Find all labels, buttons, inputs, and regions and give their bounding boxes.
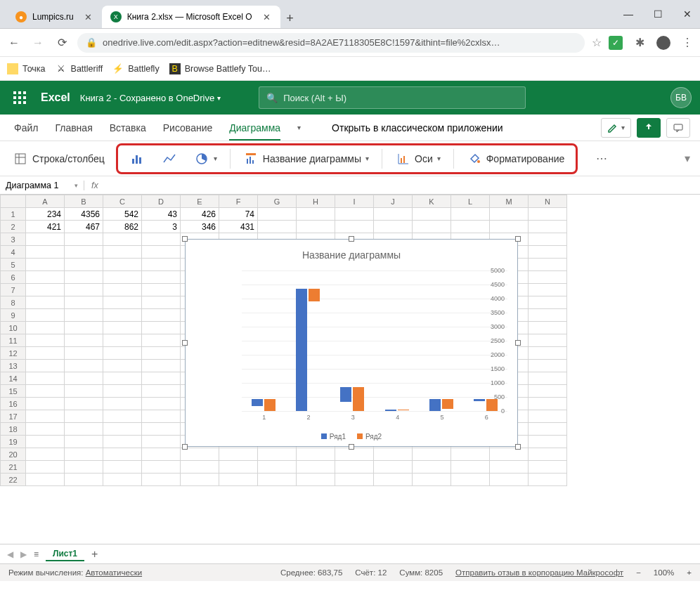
svg-rect-9: [247, 159, 248, 164]
divider: [382, 149, 382, 169]
browser-chrome: ● Lumpics.ru ✕ X Книга 2.xlsx — Microsof…: [0, 0, 700, 29]
resize-handle[interactable]: [349, 444, 354, 450]
svg-rect-10: [249, 157, 251, 164]
sheet-tab[interactable]: Лист1: [46, 547, 84, 561]
chart-object[interactable]: Название диаграммы 050010001500200025003…: [185, 239, 518, 447]
close-icon[interactable]: ✕: [680, 8, 694, 20]
reload-button[interactable]: ⟳: [53, 34, 70, 51]
svg-point-16: [477, 160, 480, 163]
axes-button[interactable]: Оси ▾: [391, 148, 445, 169]
chart-title-button[interactable]: Название диаграммы ▾: [239, 148, 373, 169]
browser-tab[interactable]: ● Lumpics.ru ✕: [7, 6, 102, 28]
divider: [453, 149, 454, 169]
chart-plot-area: 0500100015002000250030003500400045005000…: [216, 270, 507, 411]
svg-rect-4: [132, 159, 134, 164]
svg-rect-14: [401, 158, 402, 163]
svg-rect-15: [403, 156, 405, 163]
bookmark[interactable]: ⚡Battlefly: [112, 63, 159, 74]
document-title[interactable]: Книга 2 - Сохранено в OneDrive ▾: [80, 93, 221, 103]
svg-rect-1: [15, 154, 25, 164]
menu-icon[interactable]: ⋮: [680, 36, 694, 50]
tab-file[interactable]: Файл: [14, 122, 38, 133]
pie-chart-type-button[interactable]: ▾: [190, 148, 221, 169]
bookmark[interactable]: Точка: [7, 63, 46, 74]
profile-avatar-icon[interactable]: [656, 36, 670, 50]
star-icon[interactable]: ☆: [592, 36, 602, 49]
extension-icon[interactable]: ✱: [633, 36, 647, 50]
worksheet[interactable]: ABCDEFGHIJKLMN12344356542434267424214678…: [0, 195, 700, 544]
resize-handle[interactable]: [515, 340, 521, 346]
status-average: Среднее: 683,75: [280, 568, 342, 577]
add-sheet-button[interactable]: +: [91, 548, 98, 561]
tab-insert[interactable]: Вставка: [110, 122, 146, 133]
chevron-down-icon: ▾: [74, 182, 78, 189]
address-bar: ← → ⟳ 🔒 onedrive.live.com/edit.aspx?acti…: [0, 29, 700, 57]
formula-bar: Диаграмма 1 ▾ fx: [0, 176, 700, 195]
chevron-down-icon: ▾: [621, 124, 625, 131]
resize-handle[interactable]: [515, 236, 521, 242]
zoom-out-button[interactable]: −: [636, 568, 641, 577]
resize-handle[interactable]: [182, 444, 188, 450]
bookmark[interactable]: BBrowse Battlefy Tou…: [169, 63, 271, 74]
svg-rect-0: [674, 124, 682, 130]
fx-label: fx: [84, 181, 105, 190]
resize-handle[interactable]: [349, 236, 354, 242]
share-icon: [643, 122, 654, 133]
all-sheets-icon[interactable]: ≡: [34, 549, 39, 559]
switch-row-column-button[interactable]: Строка/столбец: [8, 148, 109, 169]
tab-chart[interactable]: Диаграмма: [229, 122, 280, 133]
minimize-icon[interactable]: —: [621, 8, 635, 20]
chevron-down-icon: ▾: [437, 155, 441, 162]
tab-home[interactable]: Главная: [55, 122, 92, 133]
maximize-icon[interactable]: ☐: [651, 8, 665, 20]
feedback-link[interactable]: Отправить отзыв в корпорацию Майкрософт: [455, 568, 623, 577]
bar-chart-type-button[interactable]: [125, 148, 149, 169]
back-button[interactable]: ←: [6, 34, 22, 51]
favicon-icon: ●: [15, 11, 27, 22]
zoom-in-button[interactable]: +: [687, 568, 692, 577]
search-input[interactable]: 🔍 Поиск (Alt + Ы): [259, 86, 526, 109]
bookmark-icon: B: [169, 63, 181, 74]
forward-button[interactable]: →: [30, 34, 46, 51]
axes-icon: [395, 151, 410, 167]
share-button[interactable]: [637, 118, 661, 138]
name-box[interactable]: Диаграмма 1 ▾: [0, 181, 84, 190]
excel-title-bar: Excel Книга 2 - Сохранено в OneDrive ▾ 🔍…: [0, 81, 700, 115]
tab-title: Lumpics.ru: [32, 12, 74, 22]
close-tab-icon[interactable]: ✕: [262, 12, 272, 22]
new-tab-button[interactable]: +: [280, 8, 300, 28]
extension-icon[interactable]: ✓: [609, 36, 623, 50]
legend-item: Ряд1: [321, 433, 346, 440]
resize-handle[interactable]: [182, 340, 188, 346]
pie-chart-icon: [194, 151, 209, 167]
chevron-down-icon[interactable]: ▾: [297, 124, 301, 131]
comments-button[interactable]: [666, 118, 690, 138]
close-tab-icon[interactable]: ✕: [84, 12, 93, 22]
prev-sheet-icon[interactable]: ◀: [7, 549, 13, 559]
window-controls: — ☐ ✕: [621, 8, 694, 20]
line-chart-type-button[interactable]: [157, 148, 181, 169]
app-launcher-icon[interactable]: [8, 86, 31, 109]
chevron-down-icon: ▾: [365, 155, 369, 162]
zoom-level: 100%: [654, 568, 674, 577]
line-chart-icon: [162, 151, 177, 167]
formatting-button[interactable]: Форматирование: [462, 148, 569, 169]
comment-icon: [673, 122, 684, 133]
chevron-down-icon[interactable]: ▾: [685, 152, 690, 165]
status-sum: Сумм: 8205: [399, 568, 443, 577]
bookmark[interactable]: ⚔Battleriff: [56, 63, 103, 74]
open-in-desktop[interactable]: Открыть в классическом приложении: [332, 122, 503, 133]
more-options-button[interactable]: ⋯: [592, 149, 611, 168]
url-input[interactable]: 🔒 onedrive.live.com/edit.aspx?action=edi…: [77, 33, 585, 53]
editing-mode-button[interactable]: ▾: [601, 118, 631, 138]
divider: [230, 149, 231, 169]
avatar[interactable]: БВ: [670, 87, 692, 108]
browser-tab[interactable]: X Книга 2.xlsx — Microsoft Excel O ✕: [102, 6, 280, 28]
resize-handle[interactable]: [515, 444, 521, 450]
tab-draw[interactable]: Рисование: [163, 122, 213, 133]
ellipsis-icon: ⋯: [596, 152, 607, 165]
chart-title-icon: [243, 151, 259, 167]
resize-handle[interactable]: [182, 236, 188, 242]
next-sheet-icon[interactable]: ▶: [20, 549, 27, 559]
ribbon-tabs: Файл Главная Вставка Рисование Диаграмма…: [0, 115, 700, 141]
